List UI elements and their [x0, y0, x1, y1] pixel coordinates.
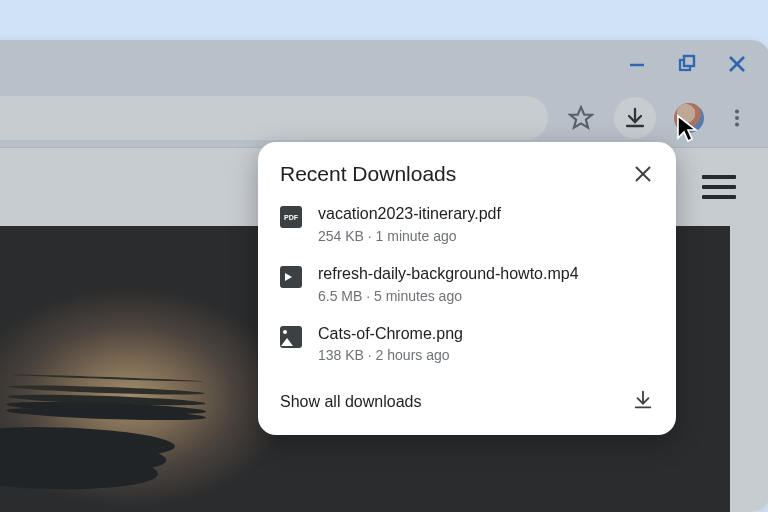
svg-point-11: [735, 122, 739, 126]
svg-rect-2: [684, 56, 694, 66]
omnibox[interactable]: [0, 96, 548, 140]
profile-avatar[interactable]: [674, 103, 704, 133]
download-icon[interactable]: [632, 389, 654, 415]
maximize-button[interactable]: [676, 53, 698, 75]
window-titlebar: [0, 40, 768, 88]
video-icon: [280, 266, 302, 288]
toolbar: [0, 88, 768, 148]
site-menu-icon[interactable]: [702, 175, 736, 199]
bookmark-star-icon[interactable]: [566, 103, 596, 133]
downloads-popup: Recent Downloads PDF vacation2023-itiner…: [258, 142, 676, 435]
close-popup-button[interactable]: [632, 163, 654, 185]
downloads-list: PDF vacation2023-itinerary.pdf 254 KB · …: [280, 204, 654, 363]
download-filename: vacation2023-itinerary.pdf: [318, 204, 501, 225]
download-meta: 254 KB · 1 minute ago: [318, 228, 501, 244]
close-window-button[interactable]: [726, 53, 748, 75]
pdf-icon: PDF: [280, 206, 302, 228]
kebab-menu-icon[interactable]: [722, 103, 752, 133]
download-filename: refresh-daily-background-howto.mp4: [318, 264, 579, 285]
svg-point-10: [735, 115, 739, 119]
download-meta: 6.5 MB · 5 minutes ago: [318, 288, 579, 304]
image-icon: [280, 326, 302, 348]
svg-point-9: [735, 109, 739, 113]
download-meta: 138 KB · 2 hours ago: [318, 347, 463, 363]
downloads-button[interactable]: [614, 97, 656, 139]
popup-title: Recent Downloads: [280, 162, 456, 186]
show-all-downloads-link[interactable]: Show all downloads: [280, 393, 421, 411]
svg-marker-6: [570, 107, 592, 128]
download-item[interactable]: refresh-daily-background-howto.mp4 6.5 M…: [280, 264, 654, 304]
download-item[interactable]: PDF vacation2023-itinerary.pdf 254 KB · …: [280, 204, 654, 244]
download-filename: Cats-of-Chrome.png: [318, 324, 463, 345]
minimize-button[interactable]: [626, 53, 648, 75]
download-item[interactable]: Cats-of-Chrome.png 138 KB · 2 hours ago: [280, 324, 654, 364]
